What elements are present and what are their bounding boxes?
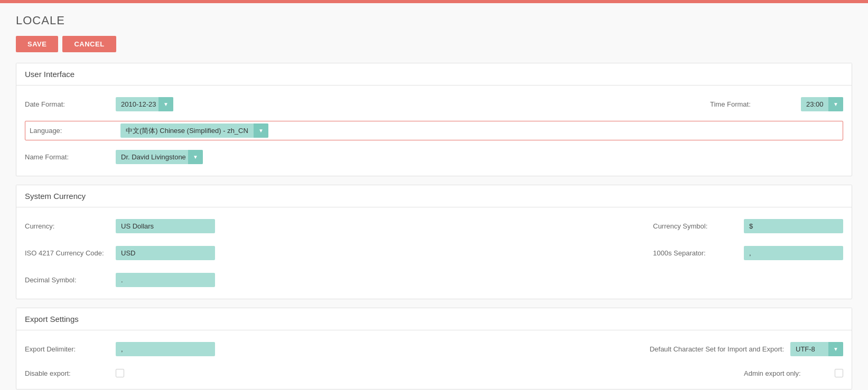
system-currency-heading: System Currency — [16, 185, 852, 207]
time-format-row: Time Format: 23:00 — [710, 94, 843, 115]
time-format-label: Time Format: — [710, 100, 795, 108]
name-format-select[interactable]: Dr. David Livingstone — [116, 150, 203, 164]
language-select-wrapper: 中文(简体) Chinese (Simplified) - zh_CN — [120, 123, 268, 138]
admin-export-row: Admin export only: — [744, 366, 843, 381]
decimal-input[interactable] — [116, 273, 215, 287]
time-format-select[interactable]: 23:00 — [801, 97, 843, 111]
decimal-label: Decimal Symbol: — [25, 276, 109, 284]
export-delimiter-label: Export Delimiter: — [25, 345, 109, 353]
export-settings-section: Export Settings Export Delimiter: Defaul… — [16, 308, 852, 389]
time-format-select-wrapper: 23:00 — [801, 97, 843, 111]
cancel-button-top[interactable]: CANCEL — [62, 36, 116, 52]
charset-select-wrapper: UTF-8 — [790, 342, 843, 356]
page-title: LOCALE — [16, 14, 852, 27]
iso-input[interactable] — [116, 246, 215, 260]
export-delimiter-row: Export Delimiter: — [25, 339, 215, 359]
system-currency-section: System Currency Currency: Currency Symbo… — [16, 185, 852, 299]
currency-symbol-row: Currency Symbol: — [653, 216, 843, 236]
export-delimiter-input[interactable] — [116, 342, 215, 356]
date-format-row: Date Format: 2010-12-23 — [25, 94, 173, 115]
export-settings-heading: Export Settings — [16, 308, 852, 330]
user-interface-heading: User Interface — [16, 63, 852, 85]
date-format-label: Date Format: — [25, 100, 109, 108]
disable-export-checkbox[interactable] — [116, 369, 124, 377]
thousands-input[interactable] — [744, 246, 843, 260]
language-label: Language: — [30, 127, 114, 135]
charset-select[interactable]: UTF-8 — [790, 342, 843, 356]
currency-row: Currency: — [25, 216, 215, 236]
currency-input[interactable] — [116, 219, 215, 233]
name-format-row: Name Format: Dr. David Livingstone — [25, 147, 843, 167]
currency-symbol-input[interactable] — [744, 219, 843, 233]
disable-export-label: Disable export: — [25, 369, 109, 377]
language-row-highlight: Language: 中文(简体) Chinese (Simplified) - … — [25, 121, 843, 140]
charset-row: Default Character Set for Import and Exp… — [650, 339, 843, 359]
currency-label: Currency: — [25, 222, 109, 230]
decimal-row: Decimal Symbol: — [25, 270, 843, 290]
name-format-label: Name Format: — [25, 153, 109, 161]
name-format-select-wrapper: Dr. David Livingstone — [116, 150, 203, 164]
iso-label: ISO 4217 Currency Code: — [25, 249, 109, 257]
admin-export-checkbox[interactable] — [835, 369, 843, 377]
date-format-select[interactable]: 2010-12-23 — [116, 97, 173, 111]
iso-row: ISO 4217 Currency Code: — [25, 243, 215, 263]
language-select[interactable]: 中文(简体) Chinese (Simplified) - zh_CN — [120, 123, 268, 138]
user-interface-section: User Interface Date Format: 2010-12-23 T… — [16, 63, 852, 176]
admin-export-label: Admin export only: — [744, 369, 828, 377]
thousands-row: 1000s Separator: — [653, 243, 843, 263]
thousands-label: 1000s Separator: — [653, 249, 738, 257]
date-format-select-wrapper: 2010-12-23 — [116, 97, 173, 111]
disable-export-row: Disable export: — [25, 366, 124, 381]
save-button-top[interactable]: SAVE — [16, 36, 58, 52]
currency-symbol-label: Currency Symbol: — [653, 222, 738, 230]
top-button-row: SAVE CANCEL — [16, 36, 852, 52]
charset-label: Default Character Set for Import and Exp… — [650, 345, 784, 353]
